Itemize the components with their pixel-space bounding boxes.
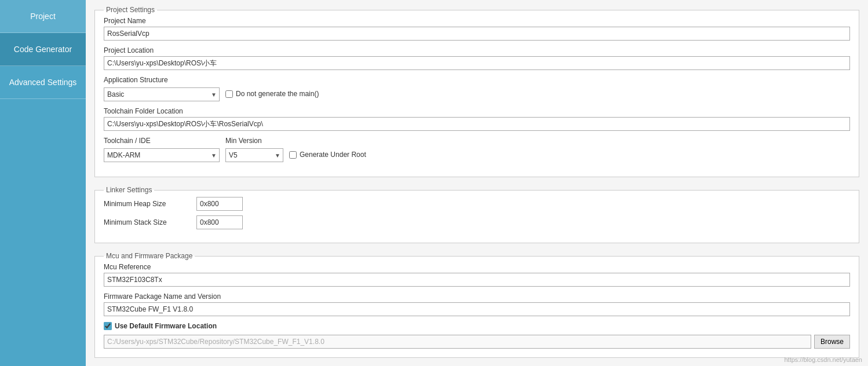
linker-settings-legend: Linker Settings (104, 186, 154, 194)
mcu-ref-label: Mcu Reference (104, 263, 850, 271)
watermark: https://blog.csdn.net/yutaen (784, 356, 862, 363)
project-name-row: Project Name (104, 17, 850, 41)
use-default-label[interactable]: Use Default Firmware Location (115, 322, 217, 330)
firmware-package-input[interactable] (104, 302, 850, 316)
sidebar-project-label: Project (30, 12, 56, 21)
project-name-input[interactable] (104, 27, 850, 41)
firmware-package-row: Firmware Package Name and Version (104, 292, 850, 316)
toolchain-folder-input[interactable] (104, 117, 850, 131)
app-structure-select-wrapper: Basic Advanced ▼ (104, 87, 220, 101)
sidebar-item-advanced-settings[interactable]: Advanced Settings (0, 66, 86, 99)
project-settings-section: Project Settings Project Name Project Lo… (94, 6, 859, 177)
min-heap-label: Minimum Heap Size (104, 200, 191, 208)
mcu-firmware-legend: Mcu and Firmware Package (104, 252, 195, 260)
mcu-ref-input[interactable] (104, 273, 850, 287)
min-heap-row: Minimum Heap Size (104, 197, 850, 211)
toolchain-ide-label: Toolchain / IDE (104, 137, 220, 145)
min-stack-input[interactable] (196, 215, 243, 229)
firmware-path-input[interactable] (104, 335, 811, 349)
min-version-label: Min Version (225, 137, 283, 145)
firmware-package-label: Firmware Package Name and Version (104, 292, 850, 301)
generate-under-root-checkbox[interactable] (289, 151, 297, 159)
project-name-label: Project Name (104, 17, 850, 25)
linker-settings-section: Linker Settings Minimum Heap Size Minimu… (94, 186, 859, 243)
sidebar: Project Code Generator Advanced Settings (0, 0, 86, 366)
sidebar-advanced-settings-label: Advanced Settings (9, 78, 77, 87)
main-content: Project Settings Project Name Project Lo… (86, 0, 868, 366)
app-structure-row: Application Structure Basic Advanced ▼ D… (104, 76, 850, 101)
toolchain-select[interactable]: MDK-ARM STM32CubeIDE Makefile (104, 148, 220, 162)
firmware-path-row: Browse (104, 335, 850, 349)
toolchain-ide-row: Toolchain / IDE MDK-ARM STM32CubeIDE Mak… (104, 137, 850, 162)
min-version-select-wrapper: V4 V5 V6 ▼ (225, 148, 283, 162)
toolchain-select-wrapper: MDK-ARM STM32CubeIDE Makefile ▼ (104, 148, 220, 162)
app-structure-select[interactable]: Basic Advanced (104, 87, 220, 101)
project-location-input[interactable] (104, 56, 850, 70)
sidebar-item-project[interactable]: Project (0, 0, 86, 33)
use-default-checkbox[interactable] (104, 322, 112, 330)
mcu-firmware-section: Mcu and Firmware Package Mcu Reference F… (94, 252, 859, 358)
min-heap-input[interactable] (196, 197, 243, 211)
project-location-label: Project Location (104, 46, 850, 54)
min-version-select[interactable]: V4 V5 V6 (225, 148, 283, 162)
browse-button[interactable]: Browse (814, 335, 850, 349)
project-settings-legend: Project Settings (104, 6, 157, 14)
toolchain-folder-row: Toolchain Folder Location (104, 107, 850, 131)
sidebar-item-code-generator[interactable]: Code Generator (0, 33, 86, 66)
generate-under-root-label[interactable]: Generate Under Root (289, 151, 366, 159)
do-not-generate-main-checkbox[interactable] (225, 90, 233, 98)
app-structure-label: Application Structure (104, 76, 220, 84)
project-location-row: Project Location (104, 46, 850, 70)
mcu-ref-row: Mcu Reference (104, 263, 850, 287)
toolchain-folder-label: Toolchain Folder Location (104, 107, 850, 115)
min-stack-label: Minimum Stack Size (104, 218, 191, 226)
do-not-generate-main-label[interactable]: Do not generate the main() (225, 90, 319, 98)
use-default-row: Use Default Firmware Location (104, 322, 850, 330)
sidebar-code-generator-label: Code Generator (14, 45, 72, 54)
min-stack-row: Minimum Stack Size (104, 215, 850, 229)
